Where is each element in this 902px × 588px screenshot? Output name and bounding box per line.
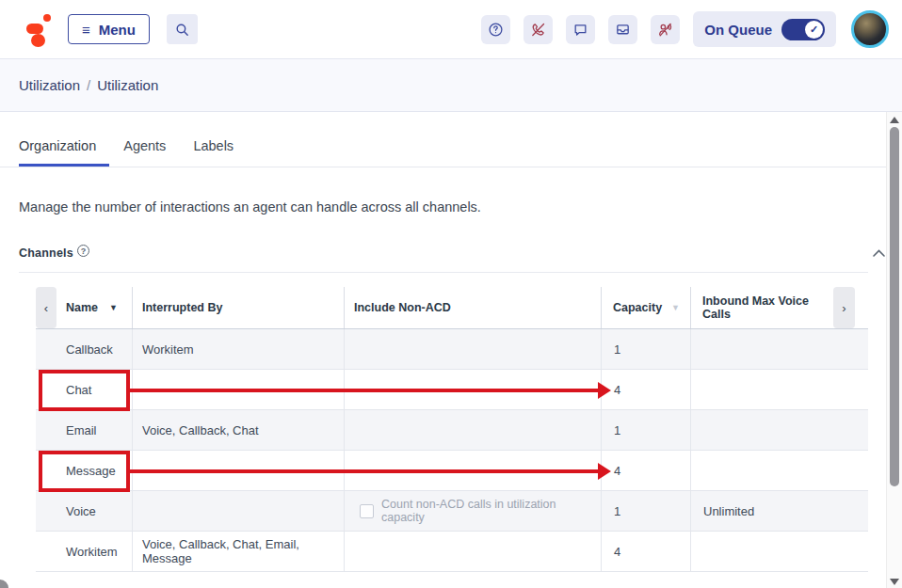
breadcrumb: Utilization / Utilization [0,58,902,112]
tab-organization[interactable]: Organization [19,138,109,167]
cell-include-non-acd [344,451,601,490]
utilization-page: ≡ Menu [0,0,902,588]
chat-button[interactable] [566,15,595,44]
cell-interrupted-by [132,491,344,531]
channels-section-title: Channels [19,246,73,260]
cell-include-non-acd [344,532,601,571]
chevron-up-icon [873,249,885,257]
voice-interaction-disabled-button[interactable] [651,15,680,44]
cell-inbound: Unlimited [690,491,868,531]
menu-button-label: Menu [99,22,136,38]
cell-capacity: 1 [601,491,690,531]
genesys-logo-icon [26,10,51,48]
sort-desc-icon[interactable]: ▼ [109,303,118,312]
help-button[interactable] [481,15,510,44]
phone-disabled-icon [530,22,546,38]
table-row-email: Email Voice, Callback, Chat 1 [36,410,868,451]
topbar-actions: On Queue ✓ [481,10,889,48]
cell-inbound [690,370,868,409]
table-row-chat: Chat 4 [36,370,868,410]
cell-inbound [690,329,868,369]
inbox-tray-icon [615,22,631,38]
on-queue-label: On Queue [704,22,772,38]
cell-inbound [690,451,868,490]
breadcrumb-parent[interactable]: Utilization [19,77,80,93]
cell-capacity: 1 [601,329,690,369]
cell-include-non-acd [344,410,601,450]
vertical-scrollbar[interactable] [886,112,902,588]
table-scroll-left-button[interactable]: ‹ [36,287,56,328]
user-avatar[interactable] [851,10,889,48]
table-row-message: Message 4 [36,451,868,491]
cell-include-non-acd [344,370,601,409]
sort-inactive-icon[interactable]: ▼ [671,303,680,312]
main-content: Organization Agents Labels Manage the nu… [0,112,902,588]
cell-name: Callback [36,329,132,369]
column-header-capacity[interactable]: Capacity [613,301,662,314]
toggle-check-icon: ✓ [805,21,823,39]
chat-bubble-icon [572,22,588,38]
cell-name: Chat [36,370,132,409]
breadcrumb-current: Utilization [97,77,158,93]
breadcrumb-separator: / [87,77,90,93]
column-header-include-non-acd: Include Non-ACD [354,301,451,314]
cell-interrupted-by [132,451,344,490]
cell-capacity: 1 [601,410,690,450]
corner-scroll-button[interactable] [0,580,8,588]
tab-agents[interactable]: Agents [123,138,179,167]
table-row-voice: Voice Count non-ACD calls in utilization… [36,491,868,532]
menu-button[interactable]: ≡ Menu [68,14,150,44]
cell-include-non-acd [344,329,601,369]
cell-include-non-acd: Count non-ACD calls in utilization capac… [344,491,601,531]
cell-interrupted-by [132,370,344,409]
table-row-callback: Callback Workitem 1 [36,329,868,370]
scrollbar-thumb[interactable] [890,127,899,486]
non-acd-checkbox[interactable] [360,504,374,518]
table-row-workitem: Workitem Voice, Callback, Chat, Email, M… [36,532,868,572]
table-scroll-right-button[interactable]: › [833,287,855,328]
cell-inbound [690,410,868,450]
cell-name: Message [36,451,132,490]
on-queue-control: On Queue ✓ [693,11,836,47]
non-acd-checkbox-label: Count non-ACD calls in utilization capac… [381,498,601,524]
search-button[interactable] [167,14,198,44]
section-divider [19,272,868,273]
on-queue-toggle[interactable]: ✓ [781,19,825,40]
inbox-button[interactable] [608,15,637,44]
channels-section-header: Channels ? [19,246,889,261]
column-header-inbound-max-voice-calls: Inbound Max Voice Calls [702,294,833,321]
cell-interrupted-by: Voice, Callback, Chat [132,410,344,450]
voice-interaction-disabled-icon [657,22,673,38]
channels-help-icon[interactable]: ? [77,245,89,257]
column-header-name[interactable]: Name [66,301,98,314]
tab-bar: Organization Agents Labels [0,112,902,167]
cell-inbound [690,532,868,571]
cell-name: Email [36,410,132,450]
search-icon [174,22,190,38]
cell-name: Voice [36,491,132,531]
scrollbar-up-arrow-icon[interactable] [890,117,899,123]
cell-interrupted-by: Voice, Callback, Chat, Email, Message [132,532,344,571]
scrollbar-down-arrow-icon[interactable] [890,579,899,585]
cell-capacity: 4 [601,451,690,490]
hamburger-icon: ≡ [82,23,90,37]
cell-capacity: 4 [601,370,690,409]
phone-disabled-button[interactable] [523,15,553,44]
tab-labels[interactable]: Labels [193,138,247,167]
cell-interrupted-by: Workitem [132,329,344,369]
channels-table: ‹ Name ▼ Interrupted By Include Non-ACD … [36,287,868,572]
page-description: Manage the number of interactions an age… [19,197,883,217]
cell-capacity: 4 [601,532,690,571]
table-header-row: ‹ Name ▼ Interrupted By Include Non-ACD … [36,287,868,329]
cell-name: Workitem [36,532,132,571]
column-header-interrupted-by: Interrupted By [142,301,222,314]
help-icon [488,22,504,38]
top-bar: ≡ Menu [0,0,902,58]
